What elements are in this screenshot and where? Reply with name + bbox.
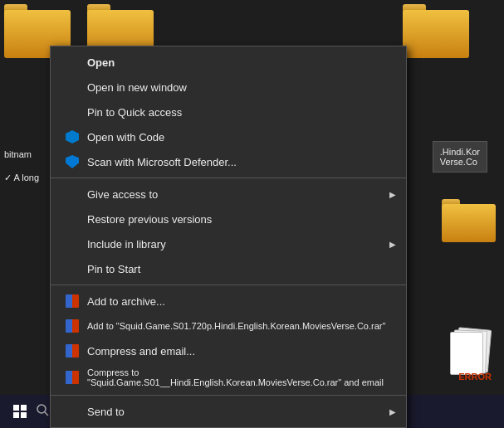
folder-right-body [442, 204, 496, 242]
menu-item-add-squid-rar[interactable]: Add to "Squid.Game.S01.720p.Hindi.Englis… [51, 314, 406, 338]
win-grid-tr [21, 405, 27, 411]
folder-tooltip: .Hindi.Kor Verse.Co [433, 141, 487, 173]
taskbar-search-circle-icon [37, 404, 50, 420]
folder-3 [403, 4, 469, 58]
menu-item-compress-squid-email-label: Compress to "Squid.Game.S01__Hindi.Engli… [87, 367, 393, 387]
menu-item-restore-versions[interactable]: Restore previous versions [51, 207, 406, 231]
win-grid-tl [13, 405, 19, 411]
menu-item-give-access-label: Give access to [87, 188, 393, 201]
menu-item-open-new-window[interactable]: Open in new window [51, 75, 406, 100]
winrar-icon-3 [64, 343, 81, 359]
menu-item-scan-defender-label: Scan with Microsoft Defender... [87, 156, 393, 168]
menu-item-pin-quick-access[interactable]: Pin to Quick access [51, 100, 406, 124]
tooltip-line1: .Hindi.Kor [440, 147, 480, 157]
send-to-icon [64, 403, 81, 420]
desktop: bitnam ✓ A long .Hindi.Kor Verse.Co ERRO… [0, 0, 504, 428]
win-grid-br [21, 412, 27, 418]
folder-right-large [442, 199, 496, 242]
vscode-icon [64, 129, 81, 145]
separator-2 [51, 285, 406, 285]
menu-item-add-squid-rar-label: Add to "Squid.Game.S01.720p.Hindi.Englis… [87, 321, 393, 331]
menu-item-restore-versions-label: Restore previous versions [87, 213, 393, 226]
along-label: ✓ A long [4, 173, 39, 183]
menu-item-pin-start-label: Pin to Start [87, 263, 393, 275]
give-access-icon [64, 186, 81, 202]
menu-item-open-new-window-label: Open in new window [87, 81, 393, 94]
folder-3-body [403, 10, 469, 58]
menu-item-include-library-label: Include in library [87, 238, 393, 250]
menu-item-scan-defender[interactable]: Scan with Microsoft Defender... [51, 149, 406, 174]
menu-item-open-with-code-label: Open with Code [87, 131, 393, 143]
defender-icon [64, 153, 81, 170]
menu-item-compress-email[interactable]: Compress and email... [51, 338, 406, 363]
pin-start-icon [64, 260, 81, 277]
menu-item-compress-email-label: Compress and email... [87, 345, 393, 357]
winrar-icon-1 [64, 293, 81, 309]
svg-line-1 [45, 412, 48, 416]
error-label: ERROR [458, 372, 492, 382]
menu-item-send-to[interactable]: Send to [51, 399, 406, 424]
bitnami-label: bitnam [4, 149, 32, 159]
file-page-3 [450, 332, 483, 375]
tooltip-line2: Verse.Co [440, 157, 480, 167]
winrar-icon-4 [64, 369, 81, 386]
restore-versions-icon [64, 211, 81, 227]
separator-1 [51, 178, 406, 178]
context-menu: Open Open in new window Pin to Quick acc… [50, 46, 407, 428]
file-stack [450, 328, 492, 378]
open-new-window-icon [64, 79, 81, 95]
file-stack-area [450, 328, 492, 378]
menu-item-pin-quick-access-label: Pin to Quick access [87, 106, 393, 119]
menu-item-open-with-code[interactable]: Open with Code [51, 124, 406, 149]
open-icon [64, 54, 81, 71]
separator-3 [51, 395, 406, 396]
menu-item-add-archive[interactable]: Add to archive... [51, 289, 406, 314]
menu-item-include-library[interactable]: Include in library [51, 231, 406, 256]
svg-point-0 [37, 405, 46, 413]
winrar-icon-2 [64, 318, 81, 334]
windows-grid-icon [13, 405, 27, 418]
menu-item-add-archive-label: Add to archive... [87, 295, 393, 308]
pin-quick-access-icon [64, 104, 81, 120]
start-button[interactable] [7, 398, 33, 425]
include-library-icon [64, 236, 81, 252]
menu-item-give-access[interactable]: Give access to [51, 182, 406, 207]
menu-item-send-to-label: Send to [87, 406, 393, 418]
menu-item-pin-start[interactable]: Pin to Start [51, 256, 406, 281]
menu-item-compress-squid-email[interactable]: Compress to "Squid.Game.S01__Hindi.Engli… [51, 363, 406, 392]
menu-item-open[interactable]: Open [51, 50, 406, 75]
menu-item-open-label: Open [87, 56, 393, 69]
win-grid-bl [13, 412, 19, 418]
